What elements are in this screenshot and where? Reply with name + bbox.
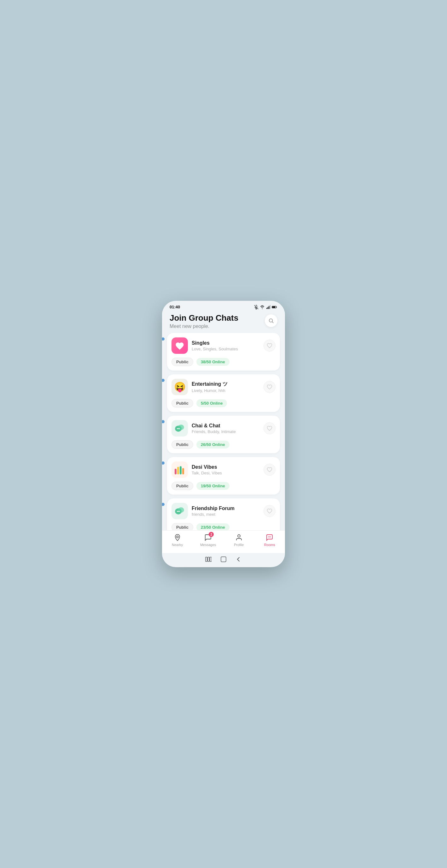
search-icon xyxy=(268,318,274,323)
nav-item-profile[interactable]: Profile xyxy=(224,533,254,547)
badge-public-friendship: Public xyxy=(171,523,193,530)
badge-online-entertaining: 5/50 Online xyxy=(196,399,227,407)
recent-apps-button[interactable] xyxy=(204,555,213,564)
group-tags-entertaining: Lively, Humor, hhh xyxy=(192,388,260,393)
nav-item-messages[interactable]: 2 Messages xyxy=(193,533,224,547)
svg-point-13 xyxy=(178,425,184,430)
badge-online-chai: 26/50 Online xyxy=(196,441,230,448)
like-button-entertaining[interactable] xyxy=(264,381,276,393)
equalizer-icon xyxy=(174,465,185,474)
group-name-entertaining: Entertaining ツ xyxy=(192,381,260,388)
group-name-chai: Chai & Chat xyxy=(192,423,260,429)
svg-point-23 xyxy=(177,511,178,512)
group-tags-singles: Love, Singles, Soulmates xyxy=(192,347,260,351)
group-info-singles: Singles Love, Singles, Soulmates xyxy=(192,340,260,351)
nav-item-nearby[interactable]: Nearby xyxy=(162,533,193,547)
svg-point-24 xyxy=(178,511,179,512)
mute-icon xyxy=(254,305,259,309)
active-dot xyxy=(162,503,165,506)
group-info-entertaining: Entertaining ツ Lively, Humor, hhh xyxy=(192,381,260,393)
active-dot xyxy=(162,461,165,465)
group-name-friendship: Friendship Forum xyxy=(192,506,260,511)
page-subtitle: Meet new people. xyxy=(170,323,238,329)
card-bottom-chai: Public 26/50 Online xyxy=(171,440,276,449)
badge-public-desi: Public xyxy=(171,482,193,490)
group-list: Singles Love, Singles, Soulmates Public … xyxy=(162,333,285,530)
group-card-singles[interactable]: Singles Love, Singles, Soulmates Public … xyxy=(167,333,280,371)
page-title: Join Group Chats xyxy=(170,313,238,323)
group-icon-chai xyxy=(171,420,188,436)
wifi-icon xyxy=(260,305,265,309)
svg-rect-9 xyxy=(272,306,275,308)
group-tags-friendship: friends, meet xyxy=(192,512,260,517)
signal-icon xyxy=(266,305,271,309)
badge-online-desi: 19/50 Online xyxy=(196,482,230,490)
rooms-icon xyxy=(266,534,273,541)
search-button[interactable] xyxy=(265,314,277,327)
nav-item-rooms[interactable]: Rooms xyxy=(254,533,285,547)
group-icon-friendship xyxy=(171,503,188,519)
group-icon-entertaining: 😝 xyxy=(171,379,188,395)
back-icon xyxy=(236,557,241,562)
back-button[interactable] xyxy=(234,555,243,564)
svg-rect-36 xyxy=(208,557,209,561)
like-button-singles[interactable] xyxy=(264,340,276,352)
badge-public-entertaining: Public xyxy=(171,399,193,407)
group-card-entertaining[interactable]: 😝 Entertaining ツ Lively, Humor, hhh Publ… xyxy=(167,374,280,412)
svg-line-11 xyxy=(272,322,273,323)
header-text: Join Group Chats Meet new people. xyxy=(170,313,238,329)
svg-rect-6 xyxy=(269,306,269,309)
heart-outline-icon xyxy=(267,384,272,390)
card-top: Friendship Forum friends, meet xyxy=(171,503,276,519)
svg-rect-4 xyxy=(266,308,267,309)
like-button-friendship[interactable] xyxy=(264,505,276,517)
system-bar xyxy=(162,553,285,566)
svg-point-3 xyxy=(262,308,263,309)
group-info-friendship: Friendship Forum friends, meet xyxy=(192,506,260,517)
svg-rect-35 xyxy=(206,557,207,561)
group-card-desi[interactable]: Desi Vibes Talk, Desi, Vibes Public 19/5… xyxy=(167,457,280,495)
svg-rect-18 xyxy=(177,467,179,474)
nav-icon-messages: 2 xyxy=(204,533,212,542)
group-card-chai[interactable]: Chai & Chat Friends, Buddy, Intimate Pub… xyxy=(167,416,280,453)
heart-outline-icon xyxy=(267,467,272,472)
badge-public-chai: Public xyxy=(171,440,193,449)
svg-point-15 xyxy=(178,428,179,429)
svg-rect-37 xyxy=(210,557,211,561)
active-dot xyxy=(162,420,165,423)
card-top: Singles Love, Singles, Soulmates xyxy=(171,337,276,354)
nav-icon-rooms xyxy=(265,533,274,542)
group-tags-desi: Talk, Desi, Vibes xyxy=(192,471,260,475)
badge-public-singles: Public xyxy=(171,358,193,366)
location-icon xyxy=(174,534,181,541)
chat-bubbles-icon xyxy=(174,423,185,433)
battery-icon xyxy=(272,305,277,309)
status-time: 01:40 xyxy=(170,305,180,309)
group-card-friendship[interactable]: Friendship Forum friends, meet Public 23… xyxy=(167,498,280,530)
nav-icon-profile xyxy=(235,533,243,542)
card-bottom-entertaining: Public 5/50 Online xyxy=(171,399,276,407)
nav-label-nearby: Nearby xyxy=(172,543,183,547)
card-top: 😝 Entertaining ツ Lively, Humor, hhh xyxy=(171,379,276,395)
like-button-desi[interactable] xyxy=(264,464,276,476)
header: Join Group Chats Meet new people. xyxy=(162,311,285,333)
card-top: Chai & Chat Friends, Buddy, Intimate xyxy=(171,420,276,436)
heart-icon xyxy=(175,341,184,350)
svg-point-14 xyxy=(177,428,178,429)
card-bottom-desi: Public 19/50 Online xyxy=(171,482,276,490)
messages-badge: 2 xyxy=(209,532,214,537)
recent-icon xyxy=(205,556,211,562)
heart-outline-icon xyxy=(267,343,272,348)
nav-label-rooms: Rooms xyxy=(264,543,275,547)
svg-rect-19 xyxy=(180,466,181,474)
group-icon-desi xyxy=(171,461,188,478)
home-button[interactable] xyxy=(219,555,228,564)
active-dot xyxy=(162,379,165,382)
like-button-chai[interactable] xyxy=(264,422,276,434)
bottom-nav: Nearby 2 Messages xyxy=(162,530,285,553)
nav-label-profile: Profile xyxy=(234,543,244,547)
card-bottom-friendship: Public 23/50 Online xyxy=(171,523,276,530)
notch xyxy=(203,301,244,310)
svg-rect-38 xyxy=(221,557,226,562)
group-info-chai: Chai & Chat Friends, Buddy, Intimate xyxy=(192,423,260,434)
